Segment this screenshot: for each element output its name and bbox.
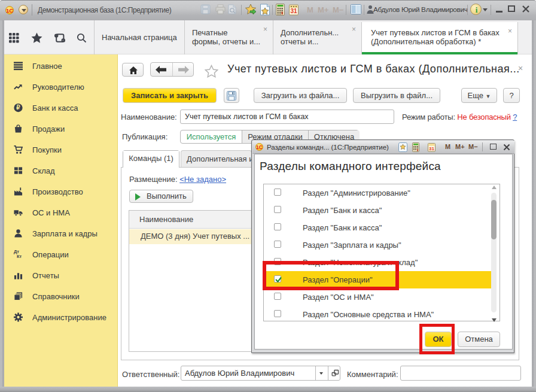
svg-text:31: 31 xyxy=(429,146,434,151)
svg-text:31: 31 xyxy=(290,8,297,14)
svg-text:₽: ₽ xyxy=(16,104,20,111)
